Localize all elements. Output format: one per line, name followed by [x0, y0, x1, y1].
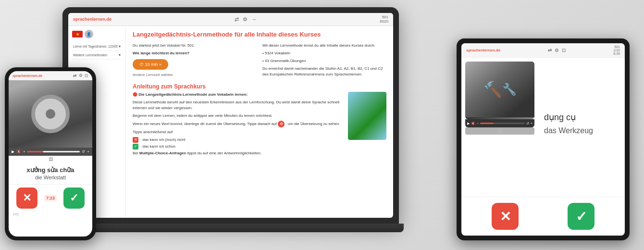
choice-label: Tippe anschließend auf: — [133, 129, 343, 135]
subsection-para1: Diese Lernmethode beruht auf den neueste… — [133, 100, 343, 111]
laptop-base — [58, 224, 404, 232]
phone-screen: sprachenlernen.de ⇄ ⚙ ⊡ ▶ 🔇 + — [9, 71, 92, 237]
scene: sprachenlernen.de ⇄ ⚙ → 501 8020 — [0, 0, 644, 250]
phone-progress-bar — [27, 151, 80, 152]
tablet-logo: sprachenlernen.de — [466, 48, 500, 52]
exit-icon[interactable]: → — [251, 16, 257, 22]
time-button[interactable]: ⏱ 10 min » — [133, 59, 168, 70]
choice-x-icon: ✕ — [133, 137, 138, 143]
laptop-stats: 501 8020 — [380, 15, 388, 24]
phone-counter: 1/62 — [12, 212, 19, 216]
right-col-item2: • 43 Grammatik-Übungen — [262, 58, 386, 64]
tablet-main-image: 🔨 🔧 — [465, 62, 534, 119]
laptop-count: 501 — [380, 15, 388, 19]
right-col-item1: • 5324 Vokabeln — [262, 50, 386, 56]
phone-vol-plus-btn[interactable]: + — [23, 150, 25, 154]
right-col-intro: Mit dieser Lernmethode lernst du alle In… — [262, 43, 386, 49]
tablet-progress-bar — [480, 123, 525, 124]
laptop-top-bar: sprachenlernen.de ⇄ ⚙ → 501 8020 — [68, 13, 393, 26]
tablet-mute-btn[interactable]: 🔇 — [471, 122, 475, 125]
user-avatar: 👤 — [85, 30, 93, 38]
laptop: sprachenlernen.de ⇄ ⚙ → 501 8020 — [62, 7, 409, 238]
phone-word-de: die Werkstatt — [9, 175, 92, 184]
laptop-image — [348, 92, 386, 140]
tools-visual: 🔨 🔧 — [465, 62, 534, 119]
tablet-zoom-btn[interactable]: + — [531, 122, 533, 125]
phone-settings-icon[interactable]: ⚙ — [79, 73, 83, 78]
tablet: sprachenlernen.de ⇄ ⚙ ⊡ 501 1/10 8:34 — [457, 38, 630, 240]
tablet-count2: 1/10 — [613, 49, 620, 52]
tablet-toolbar: ⇄ ⚙ ⊡ — [548, 48, 566, 53]
phone-toolbar: ⇄ ⚙ ⊡ — [73, 73, 88, 78]
tablet-frame: sprachenlernen.de ⇄ ⚙ ⊡ 501 1/10 8:34 — [457, 38, 630, 240]
laptop-logo: sprachenlernen.de — [73, 17, 111, 22]
phone-bottom-buttons: ✕ 7:23 ✓ — [9, 184, 92, 212]
phone-btn-x[interactable]: ✕ — [16, 188, 37, 209]
phone-video-controls[interactable]: ▶ 🔇 + ↺ + — [9, 148, 92, 156]
choice-x-btn[interactable]: ✕ · das kann ich (noch) nicht — [133, 137, 343, 143]
sidebar-tagestrainer[interactable]: Lerne mit Tagestrainer, 12345: ▾ — [72, 42, 122, 51]
tablet-img-icon: 🖼 — [465, 127, 534, 135]
phone-replay-btn[interactable]: ↺ — [82, 150, 85, 154]
sidebar-lernmethoden[interactable]: Weitere Lernmethoden ▾ — [72, 51, 122, 60]
phone-image — [9, 80, 92, 148]
laptop-section-title: Anleitung zum Sprachkurs — [133, 83, 386, 90]
subsection-title: 🔴 Die Langzeitgedächtnis-Lernmethode zum… — [133, 92, 343, 98]
tablet-text-area: dụng cụ das Werkzeug — [538, 58, 625, 197]
laptop-main-title: Langzeitgedächtnis-Lernmethode für alle … — [133, 31, 386, 39]
rotate-icon[interactable]: ⇄ — [235, 16, 239, 23]
laptop-toolbar-icons: ⇄ ⚙ → — [235, 16, 257, 23]
tablet-fullscreen-icon[interactable]: ⊡ — [562, 48, 566, 53]
phone-bottom-info: 1/62 — [9, 212, 92, 217]
phone-word-vn: xưởng sửa chữa — [9, 162, 92, 175]
laptop-left-col: Du startest jetzt bei Vokabel Nr. 501. W… — [133, 43, 257, 79]
laptop-right-col: Mit dieser Lernmethode lernst du alle In… — [262, 43, 386, 79]
laptop-two-col: Du startest jetzt bei Vokabel Nr. 501. W… — [133, 43, 386, 79]
phone-frame: sprachenlernen.de ⇄ ⚙ ⊡ ▶ 🔇 + — [5, 67, 96, 240]
tablet-count1: 501 — [613, 45, 620, 49]
laptop-frame: sprachenlernen.de ⇄ ⚙ → 501 8020 — [62, 7, 399, 224]
phone-img-icon: 🖼 — [9, 156, 92, 162]
phone-mute-btn[interactable]: 🔇 — [16, 150, 21, 154]
phone-time-badge: 7:23 — [44, 195, 57, 201]
tablet-word-vn: dụng cụ — [544, 112, 619, 123]
phone-play-btn[interactable]: ▶ — [12, 150, 14, 154]
tablet-video-controls[interactable]: ▶ 🔇 − ↺ + — [465, 119, 534, 127]
laptop-text-block: 🔴 Die Langzeitgedächtnis-Lernmethode zum… — [133, 92, 343, 158]
choice-check-btn[interactable]: ✓ · das kann ich schon — [133, 144, 343, 150]
tablet-bottom-buttons: ✕ ✓ — [461, 197, 625, 236]
tablet-replay-btn[interactable]: ↺ — [526, 122, 529, 125]
subsection-para4: Bei Multiple-Choice-Anfragen tippst du a… — [133, 150, 343, 156]
laptop-stars: 8020 — [380, 19, 388, 24]
laptop-content: 👤 Lerne mit Tagestrainer, 12345: ▾ Weite… — [68, 26, 393, 218]
tablet-content: 🔨 🔧 ▶ 🔇 − ↺ — [461, 58, 625, 197]
tablet-rotate-icon[interactable]: ⇄ — [548, 48, 552, 53]
phone-fullscreen-icon[interactable]: ⊡ — [85, 73, 88, 78]
laptop-sub-section: 🔴 Die Langzeitgedächtnis-Lernmethode zum… — [133, 92, 386, 158]
tablet-progress-fill — [480, 123, 494, 124]
wheel-image — [31, 95, 70, 133]
subsection-para3: Wenn ein neues Wort kommt, überlege dir … — [133, 121, 343, 127]
other-time-link[interactable]: Andere Lernzeit wählen — [133, 73, 257, 77]
phone-btn-check[interactable]: ✓ — [63, 188, 85, 209]
tablet-btn-x[interactable]: ✕ — [492, 203, 519, 230]
choice-check-icon: ✓ — [133, 144, 138, 150]
phone-zoom-btn[interactable]: + — [87, 150, 89, 154]
sidebar-user: 👤 — [72, 30, 122, 38]
phone-progress-fill — [27, 151, 43, 152]
tablet-stats: 501 1/10 8:34 — [613, 45, 620, 55]
phone-top-bar: sprachenlernen.de ⇄ ⚙ ⊡ — [9, 71, 92, 80]
tablet-image-area: 🔨 🔧 ▶ 🔇 − ↺ — [461, 58, 538, 197]
tablet-screen: sprachenlernen.de ⇄ ⚙ ⊡ 501 1/10 8:34 — [461, 43, 625, 236]
tablet-time: 8:34 — [613, 52, 620, 55]
phone: sprachenlernen.de ⇄ ⚙ ⊡ ▶ 🔇 + — [5, 67, 96, 240]
tablet-play-btn[interactable]: ▶ — [467, 122, 470, 125]
tablet-vol-minus[interactable]: − — [477, 122, 479, 125]
tablet-word-de: das Werkzeug — [544, 126, 619, 135]
tablet-settings-icon[interactable]: ⚙ — [555, 48, 559, 53]
right-col-desc: Du erreichst damit nacheinander die Stuf… — [262, 66, 386, 77]
phone-image-container — [9, 80, 92, 148]
phone-rotate-icon[interactable]: ⇄ — [73, 73, 77, 78]
tablet-btn-check[interactable]: ✓ — [568, 203, 594, 230]
settings-icon[interactable]: ⚙ — [243, 16, 248, 23]
